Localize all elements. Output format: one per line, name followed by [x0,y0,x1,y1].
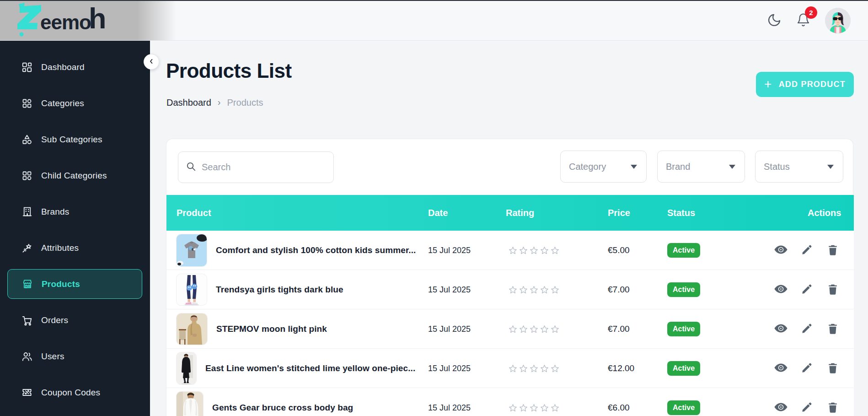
rating-stars [508,388,560,416]
delete-button[interactable] [825,322,840,336]
trash-icon [826,401,839,415]
sidebar-item-products[interactable]: Products [7,269,142,299]
search-input[interactable] [202,162,326,173]
status-badge: Active [667,322,700,336]
product-thumbnail [177,234,207,266]
add-product-button[interactable]: + ADD PRODUCT [756,72,854,97]
cart-icon [21,314,33,326]
status-cell: Active [667,388,700,416]
sidebar-collapse-button[interactable] [144,54,159,70]
pencil-icon [801,401,813,415]
status-cell: Active [667,231,700,270]
breadcrumb-separator-icon: › [218,97,221,108]
edit-button[interactable] [799,282,814,297]
pencil-icon [801,283,813,297]
sidebar-item-label: Attributes [41,243,79,253]
star-icon [519,285,528,295]
column-header-rating: Rating [506,195,534,231]
filters-bar: Category Brand Status [166,139,853,195]
pencil-icon [801,243,813,257]
search-box [178,151,334,183]
rating-stars [508,309,560,349]
sidebar-item-label: Sub Categories [41,135,102,145]
sidebar-item-coupon-codes[interactable]: Coupon Codes [0,374,150,411]
category-select[interactable]: Category [560,151,647,183]
star-icon [540,285,549,295]
price-cell: €7.00 [608,309,630,349]
sidebar-item-label: Categories [41,98,84,108]
sidebar-item-brands[interactable]: Brands [0,194,150,230]
categories-grid-icon [21,97,33,109]
view-button[interactable] [773,282,788,297]
sidebar-item-label: Brands [41,207,69,217]
moon-icon [767,13,782,29]
dark-mode-toggle[interactable] [767,13,782,29]
edit-button[interactable] [799,322,814,336]
star-icon [508,364,518,373]
product-name: Gents Gear bruce cross body bag [212,403,353,413]
user-avatar[interactable] [825,8,851,33]
topbar: eemo h 2 [0,1,868,41]
sidebar-nav: Dashboard Categories Sub [0,49,150,411]
sidebar-item-users[interactable]: Users [0,338,150,374]
actions-cell [773,388,840,416]
view-button[interactable] [773,243,788,258]
star-icon [550,364,560,373]
building-icon [21,206,33,218]
delete-button[interactable] [825,243,840,258]
price-cell: €12.00 [608,349,634,388]
column-header-actions: Actions [808,195,841,231]
dashboard-grid-icon [21,61,33,73]
eye-icon [773,360,788,377]
product-name: Comfort and stylish 100% cotton kids sum… [216,245,416,255]
status-cell: Active [667,349,700,388]
breadcrumb-dashboard-link[interactable]: Dashboard [166,97,211,108]
delete-button[interactable] [825,400,840,415]
notification-count-badge: 2 [805,6,817,19]
star-icon [529,246,539,255]
table-body: Comfort and stylish 100% cotton kids sum… [166,231,854,416]
eye-icon [773,400,788,416]
actions-cell [773,309,840,349]
edit-button[interactable] [799,243,814,258]
star-icon [529,403,539,413]
eye-icon [773,242,788,259]
date-cell: 15 Jul 2025 [428,270,471,309]
table-row: Gents Gear bruce cross body bag 15 Jul 2… [166,388,854,416]
sidebar-item-sub-categories[interactable]: Sub Categories [0,121,150,157]
status-badge: Active [667,361,700,375]
delete-button[interactable] [825,361,840,376]
logo-text-end: h [89,4,106,33]
status-select-label: Status [764,162,790,172]
actions-cell [773,270,840,309]
sidebar-item-orders[interactable]: Orders [0,302,150,338]
view-button[interactable] [773,322,788,336]
sidebar-item-attributes[interactable]: Attributes [0,230,150,266]
notifications-button[interactable]: 2 [796,12,810,29]
status-cell: Active [667,270,700,309]
window-top-strip [0,0,868,1]
sidebar-item-categories[interactable]: Categories [0,85,150,121]
column-header-status: Status [667,195,695,231]
sidebar-item-dashboard[interactable]: Dashboard [0,49,150,85]
status-badge: Active [667,282,700,297]
sidebar-item-child-categories[interactable]: Child Categories [0,157,150,194]
topbar-actions: 2 [767,1,851,40]
status-select[interactable]: Status [755,151,843,183]
brand-logo[interactable]: eemo h [17,1,113,40]
view-button[interactable] [773,361,788,376]
star-icon [508,324,518,334]
edit-button[interactable] [799,400,814,415]
product-thumbnail [177,274,207,305]
shapes-icon [21,134,33,146]
price-cell: €7.00 [608,270,630,309]
star-icon [529,324,539,334]
star-icon [529,364,539,373]
delete-button[interactable] [825,282,840,297]
brand-select-label: Brand [666,162,690,172]
brand-select[interactable]: Brand [657,151,745,183]
date-cell: 15 Jul 2025 [428,309,471,349]
edit-button[interactable] [799,361,814,376]
price-cell: €6.00 [608,388,630,416]
view-button[interactable] [773,400,788,415]
